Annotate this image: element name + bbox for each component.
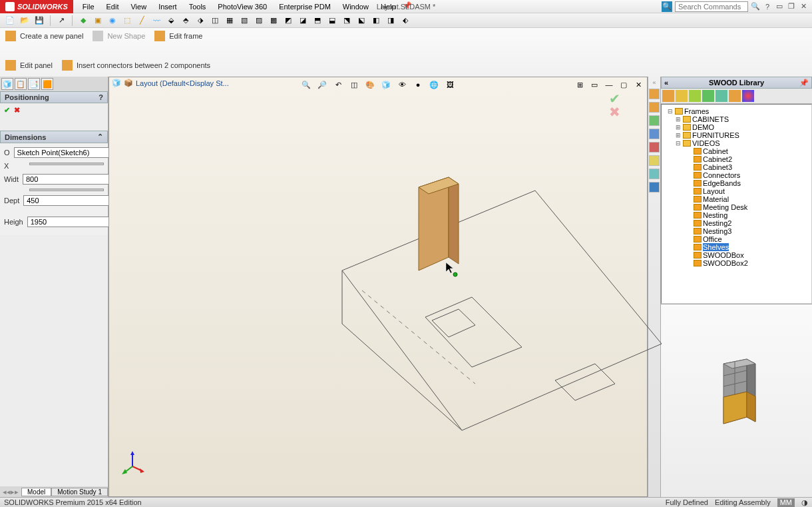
lib-tb3-icon[interactable] [689, 90, 701, 102]
view-triad-icon[interactable] [119, 450, 146, 476]
tree-item-shelves[interactable]: Shelves [664, 243, 809, 251]
bottom-tab-model[interactable]: Model [21, 488, 51, 496]
width-input[interactable] [23, 174, 121, 185]
lib-tb1-icon[interactable] [662, 90, 674, 102]
tool11-icon[interactable]: ⬒ [311, 15, 323, 27]
minimize-icon[interactable]: ▭ [775, 2, 784, 11]
vp-close-icon[interactable]: ✕ [632, 79, 644, 91]
cancel-icon[interactable]: ✖ [14, 106, 20, 115]
shape3-icon[interactable]: ◉ [106, 15, 118, 27]
new-doc-icon[interactable]: 📄 [4, 15, 16, 27]
tool9-icon[interactable]: ◩ [282, 15, 294, 27]
help-icon[interactable]: ? [763, 2, 772, 11]
tool1-icon[interactable]: ⬙ [165, 15, 177, 27]
lib-tb2-icon[interactable] [676, 90, 688, 102]
menu-pdm[interactable]: Enterprise PDM [274, 1, 336, 12]
viewport-breadcrumb[interactable]: 🧊 📦 Layout (Default<Display St... [112, 79, 229, 87]
vp-max-icon[interactable]: ▢ [618, 79, 630, 91]
x-slider[interactable] [29, 163, 104, 165]
display-icon[interactable]: 🎨 [364, 79, 376, 91]
menu-view[interactable]: View [125, 1, 152, 12]
panel-tab-3[interactable]: 📑 [28, 78, 40, 90]
dept-input[interactable] [23, 195, 122, 206]
tree-root[interactable]: ⊟Frames [664, 107, 809, 115]
menu-tools[interactable]: Tools [184, 1, 212, 12]
strip-home-icon[interactable] [649, 89, 660, 99]
view-orient-icon[interactable]: 🧊 [380, 79, 392, 91]
cabinet-3d[interactable] [419, 177, 459, 270]
tool10-icon[interactable]: ◪ [297, 15, 309, 27]
lib-tb6-icon[interactable] [729, 90, 741, 102]
o-input[interactable] [14, 147, 112, 158]
cursor-icon[interactable]: ↗ [55, 15, 67, 27]
tree-item-office[interactable]: Office [664, 235, 809, 243]
edit-panel-button[interactable]: Edit panel [5, 60, 53, 71]
tool4-icon[interactable]: ◫ [209, 15, 221, 27]
tree-cabinets[interactable]: ⊞CABINETS [664, 115, 809, 123]
cube-icon[interactable]: ⬚ [121, 15, 133, 27]
shape1-icon[interactable]: ◆ [77, 15, 89, 27]
edit-frame-button[interactable]: Edit frame [154, 31, 202, 41]
line-icon[interactable]: ╱ [136, 15, 148, 27]
tree-videos[interactable]: ⊟VIDEOS [664, 139, 809, 147]
tree-item-cabinet2[interactable]: Cabinet2 [664, 155, 809, 163]
tree-item-cabinet3[interactable]: Cabinet3 [664, 163, 809, 171]
menu-file[interactable]: File [77, 1, 100, 12]
lib-pin-icon[interactable]: 📌 [799, 79, 809, 87]
vp-min-icon[interactable]: — [603, 79, 615, 91]
tree-item-nesting2[interactable]: Nesting2 [664, 219, 809, 227]
tool15-icon[interactable]: ◧ [370, 15, 382, 27]
ok-icon[interactable]: ✔ [4, 106, 10, 115]
tree-item-layout[interactable]: Layout [664, 187, 809, 195]
strip-collapse-icon[interactable]: « [652, 79, 656, 86]
panel-tab-2[interactable]: 📋 [15, 78, 27, 90]
tool6-icon[interactable]: ▧ [238, 15, 250, 27]
tool5-icon[interactable]: ▦ [224, 15, 236, 27]
lib-back-icon[interactable]: « [664, 79, 668, 87]
tree-item-connectors[interactable]: Connectors [664, 171, 809, 179]
dimensions-header[interactable]: Dimensions⌃ [0, 131, 108, 143]
help-small-icon[interactable]: ? [99, 93, 103, 101]
tree-item-cabinet[interactable]: Cabinet [664, 147, 809, 155]
tree-item-material[interactable]: Material [664, 195, 809, 203]
section-icon[interactable]: ◫ [348, 79, 360, 91]
tree-furnitures[interactable]: ⊞FURNITURES [664, 131, 809, 139]
tool12-icon[interactable]: ⬓ [326, 15, 338, 27]
width-slider[interactable] [29, 189, 104, 191]
save-icon[interactable]: 💾 [33, 15, 45, 27]
close-icon[interactable]: ✕ [799, 2, 808, 11]
appearance-icon[interactable]: ● [412, 79, 424, 91]
tree-item-edgebands[interactable]: EdgeBands [664, 179, 809, 187]
collapse-icon[interactable]: ⌃ [97, 133, 103, 141]
search-input[interactable] [675, 1, 748, 12]
tool13-icon[interactable]: ⬔ [341, 15, 353, 27]
render-icon[interactable]: 🖼 [444, 79, 456, 91]
zoom-fit-icon[interactable]: 🔍 [300, 79, 312, 91]
viewport[interactable]: 🧊 📦 Layout (Default<Display St... 🔍 🔎 ↶ … [108, 77, 648, 497]
tool7-icon[interactable]: ▨ [253, 15, 265, 27]
bottom-tab-motion[interactable]: Motion Study 1 [51, 488, 108, 496]
strip-lib-icon[interactable] [649, 102, 660, 113]
hide-show-icon[interactable]: 👁 [396, 79, 408, 91]
status-extra-icon[interactable]: ◑ [801, 498, 808, 507]
tree-item-swoodbox2[interactable]: SWOODBox2 [664, 259, 809, 267]
restore-icon[interactable]: ❐ [787, 2, 796, 11]
tree-item-nesting3[interactable]: Nesting3 [664, 227, 809, 235]
tool14-icon[interactable]: ⬕ [355, 15, 367, 27]
scene-icon[interactable]: 🌐 [428, 79, 440, 91]
library-tree[interactable]: ⊟Frames ⊞CABINETS ⊞DEMO ⊞FURNITURES ⊟VID… [661, 104, 812, 304]
lib-tb5-icon[interactable] [715, 90, 727, 102]
menu-window[interactable]: Window [337, 1, 374, 12]
tree-item-swoodbox[interactable]: SWOODBox [664, 251, 809, 259]
shape2-icon[interactable]: ▣ [92, 15, 104, 27]
curve-icon[interactable]: 〰 [150, 15, 162, 27]
tool16-icon[interactable]: ◨ [385, 15, 397, 27]
lib-tb7-icon[interactable] [742, 90, 754, 102]
menu-photoview[interactable]: PhotoView 360 [212, 1, 272, 12]
bottom-nav-icons[interactable]: ◂◂▸▸ [0, 488, 21, 496]
tool2-icon[interactable]: ⬘ [180, 15, 192, 27]
tool17-icon[interactable]: ⬖ [399, 15, 411, 27]
vp-btn1[interactable]: ⊞ [574, 79, 586, 91]
open-icon[interactable]: 📂 [19, 15, 31, 27]
create-panel-button[interactable]: Create a new panel [5, 31, 83, 41]
